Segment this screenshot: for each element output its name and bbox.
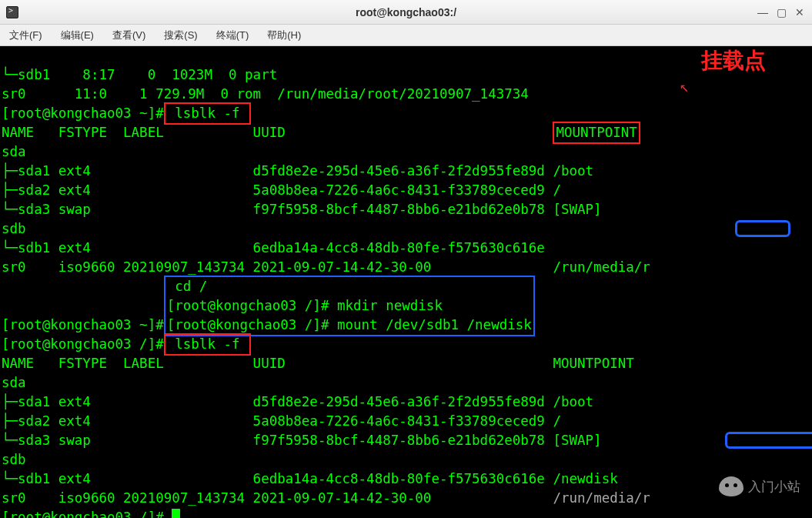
prompt: [root@kongchao03 ~]# xyxy=(2,317,164,333)
output-mount: /newdisk xyxy=(545,471,618,486)
annotation-mountpoint: 挂载点 xyxy=(701,51,766,70)
watermark-text: 入门小站 xyxy=(748,477,800,496)
cursor xyxy=(172,509,180,518)
prompt: [root@kongchao03 /]# xyxy=(167,298,329,313)
terminal-icon xyxy=(6,6,18,18)
output-line: sda xyxy=(2,375,26,390)
prompt: [root@kongchao03 ~]# xyxy=(2,105,164,121)
menu-edit[interactable]: 编辑(E) xyxy=(56,26,99,45)
menubar: 文件(F) 编辑(E) 查看(V) 搜索(S) 终端(T) 帮助(H) xyxy=(0,25,812,46)
arrow-icon: ↖ xyxy=(680,77,689,96)
output-line: sr0 iso9660 20210907_143734 2021-09-07-1… xyxy=(2,259,650,275)
output-line: ├─sda1 ext4 d5fd8e2e-295d-45e6-a36f-2f2d… xyxy=(2,394,593,409)
spacer xyxy=(164,510,172,518)
output-line: sr0 11:0 1 729.9M 0 rom /run/media/root/… xyxy=(2,86,529,102)
output-line: └─sdb1 ext4 6edba14a-4cc8-48db-80fe-f575… xyxy=(2,471,545,486)
command-text: mkdir newdisk xyxy=(329,298,491,313)
maximize-button[interactable]: ▢ xyxy=(775,6,787,18)
output-line: sdb xyxy=(2,452,26,467)
menu-file[interactable]: 文件(F) xyxy=(5,26,47,45)
watermark-icon xyxy=(719,476,743,496)
command-text: lsblk -f xyxy=(167,336,248,352)
command-text: mount /dev/sdb1 /newdisk xyxy=(329,317,531,333)
command-text: lsblk -f xyxy=(167,105,248,121)
menu-help[interactable]: 帮助(H) xyxy=(262,26,306,45)
prompt: [root@kongchao03 /]# xyxy=(2,336,164,352)
output-line: ├─sda2 ext4 5a08b8ea-7226-4a6c-8431-f337… xyxy=(2,182,561,198)
highlighted-header-red: MOUNTPOINT xyxy=(553,122,640,144)
highlighted-command-red: lsblk -f xyxy=(164,102,251,125)
watermark: 入门小站 xyxy=(719,476,800,496)
output-line: sda xyxy=(2,144,26,159)
highlighted-command-blue: cd / [root@kongchao03 /]# mkdir newdisk … xyxy=(164,276,535,336)
output-line: └─sdb1 8:17 0 1023M 0 part xyxy=(2,67,277,82)
close-button[interactable]: ✕ xyxy=(794,6,806,18)
output-header: NAME FSTYPE LABEL UUID MOUNTPOINT xyxy=(2,356,634,371)
menu-search[interactable]: 搜索(S) xyxy=(159,26,202,45)
highlight-box-empty-blue xyxy=(735,220,790,237)
terminal-output[interactable]: └─sdb1 8:17 0 1023M 0 part sr0 11:0 1 72… xyxy=(0,46,812,518)
prompt: [root@kongchao03 /]# xyxy=(167,317,329,333)
output-line: ├─sda1 ext4 d5fd8e2e-295d-45e6-a36f-2f2d… xyxy=(2,163,593,179)
output-line: └─sda3 swap f97f5958-8bcf-4487-8bb6-e21b… xyxy=(2,433,602,448)
output-mount-dim: /run/media/r xyxy=(553,490,650,506)
highlighted-command-red: lsblk -f xyxy=(164,333,251,356)
output-header: NAME FSTYPE LABEL UUID xyxy=(2,125,553,140)
output-line: ├─sda2 ext4 5a08b8ea-7226-4a6c-8431-f337… xyxy=(2,413,561,429)
output-line: sr0 iso9660 20210907_143734 2021-09-07-1… xyxy=(2,490,553,506)
menu-terminal[interactable]: 终端(T) xyxy=(212,26,254,45)
header-mountpoint: MOUNTPOINT xyxy=(556,125,637,140)
menu-view[interactable]: 查看(V) xyxy=(108,26,150,45)
window-title: root@kongchao03:/ xyxy=(83,6,729,18)
minimize-button[interactable]: — xyxy=(757,6,769,18)
highlight-box-newdisk-blue xyxy=(725,432,812,449)
command-text: cd / xyxy=(167,279,329,294)
titlebar: root@kongchao03:/ — ▢ ✕ xyxy=(0,0,812,25)
output-line: └─sda3 swap f97f5958-8bcf-4487-8bb6-e21b… xyxy=(2,202,602,217)
output-line: └─sdb1 ext4 6edba14a-4cc8-48db-80fe-f575… xyxy=(2,240,553,256)
prompt: [root@kongchao03 /]# xyxy=(2,510,164,518)
output-line: sdb xyxy=(2,221,26,236)
